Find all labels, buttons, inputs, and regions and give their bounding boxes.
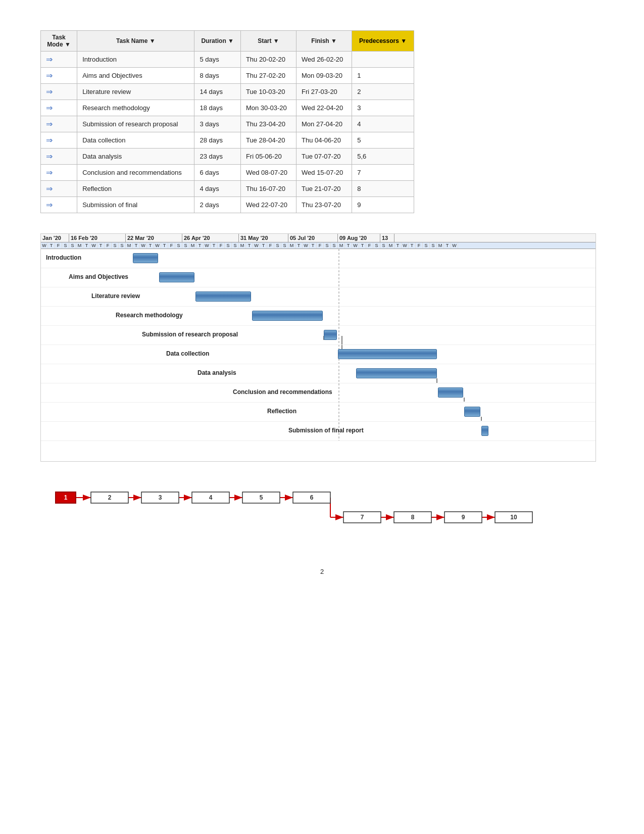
cell-mode: ⇒	[41, 100, 77, 116]
cell-predecessors: 5	[352, 132, 414, 149]
gantt-day-label: T	[211, 242, 218, 249]
gantt-day-label: T	[345, 242, 352, 249]
gantt-day-label: T	[359, 242, 366, 249]
cell-finish: Wed 15-07-20	[296, 165, 352, 181]
gantt-day-label: W	[253, 242, 260, 249]
col-header-start[interactable]: Start ▼	[240, 31, 296, 52]
cell-duration: 6 days	[194, 165, 240, 181]
svg-text:6: 6	[310, 494, 314, 501]
gantt-day-label: M	[288, 242, 295, 249]
gantt-task-row: Submission of research proposal	[41, 326, 596, 345]
gantt-day-label: S	[62, 242, 69, 249]
gantt-days-header: WTFSSMTWTFSSMTWTWTFSSMTWTFSSMTWTFSSMTWTF…	[41, 242, 596, 249]
cell-finish: Wed 22-04-20	[296, 100, 352, 116]
gantt-task-label: Conclusion and recommendations	[233, 388, 332, 396]
page-number: 2	[40, 568, 604, 575]
task-mode-icon: ⇒	[46, 184, 53, 193]
gantt-task-label: Research methodology	[116, 312, 183, 319]
network-svg: 1 2 3 4 5 6 7 8 9 10	[40, 472, 596, 537]
svg-text:1: 1	[64, 494, 68, 501]
gantt-day-label: S	[423, 242, 430, 249]
cell-duration: 18 days	[194, 100, 240, 116]
cell-start: Wed 08-07-20	[240, 165, 296, 181]
gantt-day-label: W	[451, 242, 458, 249]
sort-icon-mode: ▼	[65, 41, 71, 48]
cell-finish: Thu 04-06-20	[296, 132, 352, 149]
cell-duration: 23 days	[194, 149, 240, 165]
cell-duration: 3 days	[194, 116, 240, 132]
gantt-month-label: 05 Jul '20	[288, 234, 338, 242]
chart-wrapper: Jan '2016 Feb '2022 Mar '2026 Apr '2031 …	[40, 233, 596, 462]
gantt-day-label: M	[126, 242, 133, 249]
gantt-day-label: F	[55, 242, 62, 249]
cell-name: Conclusion and recommendations	[77, 165, 194, 181]
cell-finish: Mon 27-04-20	[296, 116, 352, 132]
gantt-rows-area: IntroductionAims and ObjectivesLiteratur…	[41, 249, 596, 461]
gantt-day-label: T	[97, 242, 105, 249]
gantt-month-label: 13	[380, 234, 394, 242]
col-header-mode[interactable]: TaskMode ▼	[41, 31, 77, 52]
task-mode-icon: ⇒	[46, 87, 53, 96]
cell-start: Wed 22-07-20	[240, 197, 296, 213]
table-row: ⇒ Data analysis 23 days Fri 05-06-20 Tue…	[41, 149, 414, 165]
gantt-day-label: W	[90, 242, 97, 249]
cell-finish: Fri 27-03-20	[296, 84, 352, 100]
gantt-day-label: T	[394, 242, 402, 249]
cell-mode: ⇒	[41, 165, 77, 181]
gantt-day-label: T	[133, 242, 140, 249]
gantt-day-label: S	[119, 242, 126, 249]
table-row: ⇒ Introduction 5 days Thu 20-02-20 Wed 2…	[41, 52, 414, 68]
task-mode-icon: ⇒	[46, 168, 53, 177]
task-table-section: TaskMode ▼ Task Name ▼ Duration ▼ Start …	[40, 30, 604, 213]
gantt-day-label: S	[182, 242, 189, 249]
cell-start: Mon 30-03-20	[240, 100, 296, 116]
network-diagram: 1 2 3 4 5 6 7 8 9 10	[40, 472, 596, 537]
table-row: ⇒ Reflection 4 days Thu 16-07-20 Tue 21-…	[41, 181, 414, 197]
cell-name: Reflection	[77, 181, 194, 197]
gantt-task-bar	[464, 407, 480, 417]
cell-mode: ⇒	[41, 52, 77, 68]
cell-mode: ⇒	[41, 181, 77, 197]
gantt-day-label: F	[416, 242, 423, 249]
gantt-day-label: T	[310, 242, 317, 249]
task-mode-icon: ⇒	[46, 120, 53, 128]
gantt-day-label: F	[366, 242, 373, 249]
cell-finish: Wed 26-02-20	[296, 52, 352, 68]
cell-name: Literature review	[77, 84, 194, 100]
gantt-day-label: W	[140, 242, 147, 249]
cell-mode: ⇒	[41, 197, 77, 213]
gantt-month-label: 22 Mar '20	[126, 234, 182, 242]
gantt-day-label: S	[331, 242, 338, 249]
gantt-day-label: M	[387, 242, 394, 249]
gantt-task-row: Conclusion and recommendations	[41, 383, 596, 403]
gantt-task-bar	[324, 330, 337, 340]
gantt-day-label: W	[402, 242, 409, 249]
cell-mode: ⇒	[41, 132, 77, 149]
svg-text:5: 5	[260, 494, 263, 501]
gantt-day-label: T	[147, 242, 154, 249]
cell-mode: ⇒	[41, 84, 77, 100]
gantt-task-label: Aims and Objectives	[69, 273, 128, 280]
sort-icon-predecessors: ▼	[401, 37, 407, 44]
gantt-task-label: Introduction	[46, 254, 81, 261]
gantt-day-label: S	[373, 242, 380, 249]
sort-icon-name: ▼	[150, 37, 156, 44]
gantt-month-label: 26 Apr '20	[182, 234, 239, 242]
cell-duration: 8 days	[194, 68, 240, 84]
col-header-name[interactable]: Task Name ▼	[77, 31, 194, 52]
col-header-finish[interactable]: Finish ▼	[296, 31, 352, 52]
col-header-duration[interactable]: Duration ▼	[194, 31, 240, 52]
gantt-task-bar	[356, 368, 437, 378]
gantt-task-bar	[252, 311, 323, 321]
table-row: ⇒ Conclusion and recommendations 6 days …	[41, 165, 414, 181]
cell-predecessors: 7	[352, 165, 414, 181]
gantt-day-label: M	[239, 242, 246, 249]
gantt-day-label: F	[218, 242, 225, 249]
gantt-day-label: T	[260, 242, 267, 249]
cell-start: Thu 20-02-20	[240, 52, 296, 68]
cell-predecessors: 3	[352, 100, 414, 116]
gantt-day-label: F	[105, 242, 112, 249]
gantt-day-label: S	[175, 242, 182, 249]
col-header-predecessors[interactable]: Predecessors ▼	[352, 31, 414, 52]
gantt-task-bar	[338, 349, 437, 359]
